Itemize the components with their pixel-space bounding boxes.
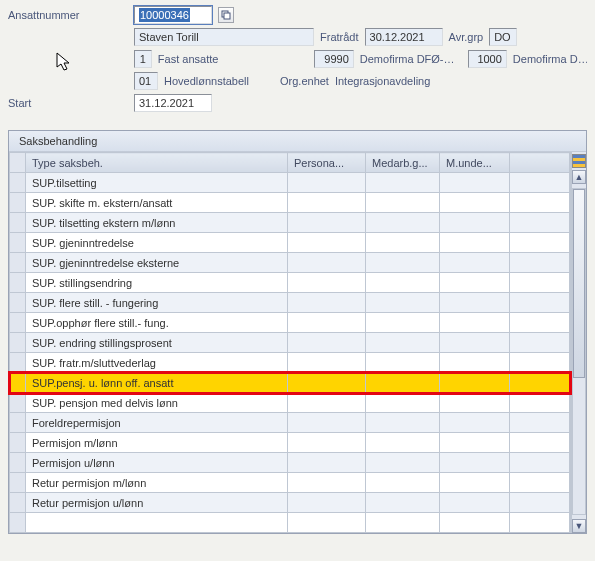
cell-empty[interactable] <box>510 193 570 213</box>
cell-empty[interactable] <box>366 413 440 433</box>
col-trail[interactable] <box>510 153 570 173</box>
table-row[interactable]: Retur permisjon u/lønn <box>10 493 570 513</box>
cell-empty[interactable] <box>366 493 440 513</box>
cell-empty[interactable] <box>366 233 440 253</box>
row-selector[interactable] <box>10 493 26 513</box>
cell-empty[interactable] <box>366 393 440 413</box>
cell-empty[interactable] <box>440 333 510 353</box>
table-row[interactable]: SUP. gjeninntredelse <box>10 233 570 253</box>
col-persona[interactable]: Persona... <box>288 153 366 173</box>
cell-empty[interactable] <box>366 293 440 313</box>
table-row[interactable]: SUP.tilsetting <box>10 173 570 193</box>
cell-empty[interactable] <box>440 253 510 273</box>
cell-empty[interactable] <box>366 473 440 493</box>
cell-empty[interactable] <box>440 473 510 493</box>
table-row[interactable]: SUP. fratr.m/sluttvederlag <box>10 353 570 373</box>
cell-empty[interactable] <box>288 313 366 333</box>
cell-empty[interactable] <box>288 293 366 313</box>
table-row[interactable]: Foreldrepermisjon <box>10 413 570 433</box>
cell-type[interactable] <box>26 513 288 533</box>
saksbehandling-grid[interactable]: Type saksbeh. Persona... Medarb.g... M.u… <box>9 152 571 533</box>
cell-type[interactable]: SUP. gjeninntredelse <box>26 233 288 253</box>
cell-empty[interactable] <box>366 353 440 373</box>
cell-empty[interactable] <box>366 193 440 213</box>
cell-empty[interactable] <box>288 373 366 393</box>
cell-empty[interactable] <box>440 233 510 253</box>
cell-empty[interactable] <box>510 273 570 293</box>
row-selector[interactable] <box>10 433 26 453</box>
cell-empty[interactable] <box>510 473 570 493</box>
cell-empty[interactable] <box>510 373 570 393</box>
cell-empty[interactable] <box>288 213 366 233</box>
row-selector[interactable] <box>10 393 26 413</box>
cell-empty[interactable] <box>366 513 440 533</box>
row-selector[interactable] <box>10 353 26 373</box>
cell-empty[interactable] <box>510 433 570 453</box>
cell-empty[interactable] <box>288 173 366 193</box>
row-selector[interactable] <box>10 173 26 193</box>
table-row[interactable]: SUP. endring stillingsprosent <box>10 333 570 353</box>
cell-empty[interactable] <box>288 193 366 213</box>
cell-empty[interactable] <box>440 513 510 533</box>
cell-empty[interactable] <box>288 513 366 533</box>
row-selector[interactable] <box>10 213 26 233</box>
row-selector[interactable] <box>10 453 26 473</box>
cell-empty[interactable] <box>288 453 366 473</box>
cell-empty[interactable] <box>440 193 510 213</box>
cell-empty[interactable] <box>440 393 510 413</box>
cell-empty[interactable] <box>288 253 366 273</box>
row-selector[interactable] <box>10 373 26 393</box>
row-selector[interactable] <box>10 513 26 533</box>
cell-type[interactable]: SUP.opphør flere still.- fung. <box>26 313 288 333</box>
cell-type[interactable]: SUP. flere still. - fungering <box>26 293 288 313</box>
cell-empty[interactable] <box>288 433 366 453</box>
cell-empty[interactable] <box>366 333 440 353</box>
cell-empty[interactable] <box>510 353 570 373</box>
ansattnummer-field[interactable]: 10000346 <box>134 6 212 24</box>
table-row[interactable]: SUP.opphør flere still.- fung. <box>10 313 570 333</box>
scroll-down-button[interactable]: ▼ <box>572 519 586 533</box>
col-munde[interactable]: M.unde... <box>440 153 510 173</box>
row-selector[interactable] <box>10 253 26 273</box>
table-row[interactable]: SUP. tilsetting ekstern m/lønn <box>10 213 570 233</box>
cell-type[interactable]: SUP.tilsetting <box>26 173 288 193</box>
start-field[interactable]: 31.12.2021 <box>134 94 212 112</box>
row-selector[interactable] <box>10 233 26 253</box>
table-row[interactable]: Retur permisjon m/lønn <box>10 473 570 493</box>
cell-empty[interactable] <box>440 313 510 333</box>
table-row[interactable]: Permisjon u/lønn <box>10 453 570 473</box>
cell-empty[interactable] <box>440 453 510 473</box>
scrollbar-thumb[interactable] <box>573 189 585 378</box>
cell-empty[interactable] <box>440 173 510 193</box>
cell-empty[interactable] <box>510 513 570 533</box>
cell-empty[interactable] <box>288 333 366 353</box>
table-row[interactable]: SUP. pensjon med delvis lønn <box>10 393 570 413</box>
cell-type[interactable]: Retur permisjon u/lønn <box>26 493 288 513</box>
row-selector[interactable] <box>10 273 26 293</box>
cell-empty[interactable] <box>510 253 570 273</box>
row-selector[interactable] <box>10 193 26 213</box>
cell-empty[interactable] <box>288 353 366 373</box>
col-medarb[interactable]: Medarb.g... <box>366 153 440 173</box>
cell-empty[interactable] <box>440 493 510 513</box>
search-help-icon[interactable] <box>218 7 234 23</box>
cell-empty[interactable] <box>366 453 440 473</box>
cell-empty[interactable] <box>366 373 440 393</box>
cell-empty[interactable] <box>288 393 366 413</box>
cell-type[interactable]: SUP. skifte m. ekstern/ansatt <box>26 193 288 213</box>
cell-type[interactable]: SUP. endring stillingsprosent <box>26 333 288 353</box>
cell-empty[interactable] <box>440 373 510 393</box>
cell-empty[interactable] <box>510 413 570 433</box>
cell-empty[interactable] <box>288 233 366 253</box>
cell-empty[interactable] <box>288 273 366 293</box>
cell-empty[interactable] <box>440 213 510 233</box>
col-type[interactable]: Type saksbeh. <box>26 153 288 173</box>
table-row[interactable]: SUP. skifte m. ekstern/ansatt <box>10 193 570 213</box>
cell-type[interactable]: Permisjon m/lønn <box>26 433 288 453</box>
cell-empty[interactable] <box>366 433 440 453</box>
cell-empty[interactable] <box>440 433 510 453</box>
table-row[interactable]: SUP.pensj. u. lønn off. ansatt <box>10 373 570 393</box>
cell-empty[interactable] <box>288 473 366 493</box>
cell-type[interactable]: SUP. gjeninntredelse eksterne <box>26 253 288 273</box>
cell-type[interactable]: Retur permisjon m/lønn <box>26 473 288 493</box>
